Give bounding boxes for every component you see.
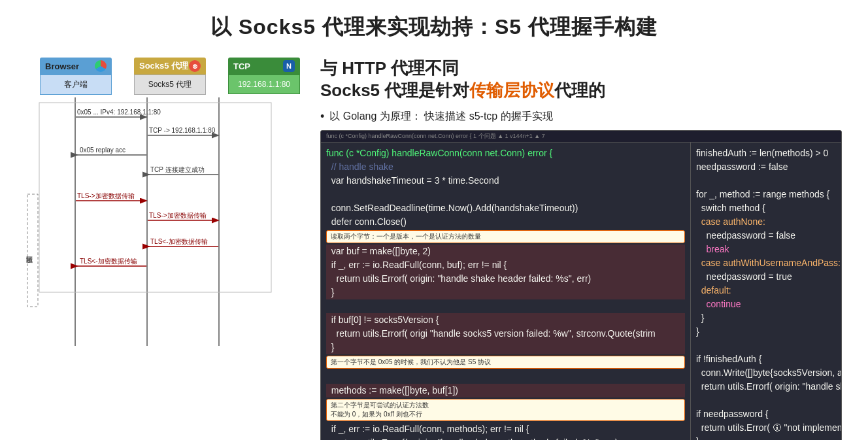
code-right-pane: finishedAuth := len(methods) > 0 needpas… — [691, 143, 841, 440]
svg-text:TLS->加密数据传输: TLS->加密数据传输 — [149, 212, 207, 219]
code-line: for _, method := range methods { — [696, 188, 836, 201]
browser-header: Browser — [40, 58, 112, 75]
diagram-section: Browser 客户端 Socks5 代理 ⊗ Socks5 代理 TCP N — [26, 58, 301, 346]
code-line: finishedAuth := len(methods) > 0 — [696, 146, 836, 160]
heading-line1: 与 HTTP 代理不同 — [320, 58, 842, 80]
svg-text:0x05 replay acc: 0x05 replay acc — [80, 146, 125, 154]
code-line: continue — [696, 297, 836, 311]
code-line: break — [696, 243, 836, 256]
svg-text:0x05 ... IPv4: 192.168.1.1:80: 0x05 ... IPv4: 192.168.1.1:80 — [77, 109, 161, 116]
code-toolbar-text: func (c *Config) handleRawConn(conn net.… — [326, 132, 545, 141]
socks5-icon: ⊗ — [189, 60, 201, 72]
code-line: case authNone: — [696, 215, 836, 229]
code-line: if _, err := io.ReadFull(conn, buf); err… — [326, 258, 685, 272]
node-headers: Browser 客户端 Socks5 代理 ⊗ Socks5 代理 TCP N — [26, 58, 301, 95]
page-title: 以 Socks5 代理来实现劫持：S5 代理握手构建 — [26, 13, 842, 42]
annotation-row: if buf[0] != socks5Version { return util… — [326, 313, 685, 354]
right-section: 与 HTTP 代理不同 Socks5 代理是针对传输层协议代理的 • 以 Gol… — [320, 58, 842, 440]
svg-text:TLS<-加密数据传输: TLS<-加密数据传输 — [80, 258, 137, 265]
code-line: methods := make([]byte, buf[1]) — [326, 384, 685, 398]
bullet-item: • 以 Golang 为原理： 快速描述 s5-tcp 的握手实现 — [320, 110, 842, 124]
socks5-body: Socks5 代理 — [134, 75, 206, 95]
chrome-icon — [95, 60, 107, 72]
code-line: var buf = make([]byte, 2) — [326, 245, 685, 258]
bullet-dot: • — [320, 110, 324, 124]
heading-line2: Socks5 代理是针对传输层协议代理的 — [320, 80, 842, 102]
browser-body: 客户端 — [40, 75, 112, 95]
code-line: switch method { — [696, 201, 836, 215]
socks5-label: Socks5 代理 — [139, 60, 188, 72]
browser-node: Browser 客户端 — [39, 58, 112, 95]
svg-text:TCP 连接建立成功: TCP 连接建立成功 — [150, 166, 205, 173]
code-line: return utils.Errorf( origin: "handle sha… — [696, 380, 836, 394]
sequence-svg: 0x05 ... IPv4: 192.168.1.1:80 TCP -> 192… — [26, 97, 281, 346]
main-content: Browser 客户端 Socks5 代理 ⊗ Socks5 代理 TCP N — [26, 58, 842, 440]
annotation-box: 第二个字节是可尝试的认证方法数不能为 0，如果为 0xff 则也不行 — [326, 399, 685, 421]
browser-label: Browser — [45, 61, 79, 71]
tcp-label: TCP — [233, 61, 250, 71]
code-toolbar: func (c *Config) handleRawConn(conn net.… — [321, 131, 841, 143]
annotation-box: 读取两个字节：一个是版本，一个是认证方法的数量 — [326, 230, 685, 243]
svg-text:TCP -> 192.168.1.1:80: TCP -> 192.168.1.1:80 — [149, 127, 216, 134]
code-line: if !finishedAuth { — [696, 352, 836, 366]
code-container: func (c *Config) handleRawConn(conn net.… — [320, 130, 842, 440]
code-line: case authWithUsernameAndPass: — [696, 256, 836, 270]
code-line: return utils.Errorf( origin: "handle sha… — [326, 436, 685, 440]
heading-line2-prefix: Socks5 代理是针对 — [320, 80, 469, 100]
svg-text:TLS<-加密数据传输: TLS<-加密数据传输 — [150, 238, 208, 245]
tcp-icon: N — [283, 60, 295, 72]
code-line: func (c *Config) handleRawConn(conn net.… — [326, 146, 685, 160]
socks5-header: Socks5 代理 ⊗ — [134, 58, 206, 75]
tcp-header: TCP N — [228, 58, 300, 75]
tcp-body: 192.168.1.1:80 — [228, 75, 300, 94]
socks5-node: Socks5 代理 ⊗ Socks5 代理 — [133, 58, 207, 95]
svg-text:TLS->加密数据传输: TLS->加密数据传输 — [77, 192, 135, 199]
code-line: } — [696, 325, 836, 339]
code-line: conn.SetReadDeadline(time.Now().Add(hand… — [326, 201, 685, 215]
code-line: needpassword = true — [696, 270, 836, 284]
code-line — [326, 188, 685, 201]
code-line: defer conn.Close() — [326, 215, 685, 229]
code-line: } — [696, 435, 836, 440]
code-line — [696, 339, 836, 352]
code-line — [696, 394, 836, 407]
code-line: conn.Write([]byte{socks5Version, authNoA… — [696, 366, 836, 380]
heading-highlight: 传输层协议 — [469, 80, 554, 100]
code-line — [326, 299, 685, 313]
code-line: } — [696, 311, 836, 325]
bullet-text: 以 Golang 为原理： 快速描述 s5-tcp 的握手实现 — [329, 110, 552, 124]
code-line — [326, 370, 685, 384]
code-block: if buf[0] != socks5Version { return util… — [326, 313, 685, 354]
code-line: // handle shake — [326, 160, 685, 174]
annotation-box: 第一个字节不是 0x05 的时候，我们不认为他是 S5 协议 — [326, 356, 685, 369]
code-line: default: — [696, 284, 836, 297]
svg-rect-11 — [27, 194, 38, 307]
code-line: needpassword := false — [696, 160, 836, 174]
code-line: needpassword = false — [696, 229, 836, 243]
code-line: return utils.Errorf( origi "handle socks… — [326, 327, 685, 341]
right-heading: 与 HTTP 代理不同 Socks5 代理是针对传输层协议代理的 — [320, 58, 842, 102]
code-line — [696, 174, 836, 188]
code-line: if _, err := io.ReadFull(conn, methods);… — [326, 422, 685, 436]
code-line: if buf[0] != socks5Version { — [326, 313, 685, 327]
code-line: return utils.Errorf( origin: "handle sha… — [326, 272, 685, 286]
code-line: return utils.Error( 🛈 "not implement aut… — [696, 421, 836, 435]
code-line: } — [326, 286, 685, 299]
code-line: } — [326, 341, 685, 354]
sequence-diagram: 0x05 ... IPv4: 192.168.1.1:80 TCP -> 192… — [26, 97, 281, 346]
code-line: var handshakeTimeout = 3 * time.Second — [326, 174, 685, 188]
code-line: if needpassword { — [696, 407, 836, 421]
heading-line2-suffix: 代理的 — [554, 80, 605, 100]
tcp-node: TCP N 192.168.1.1:80 — [227, 58, 301, 95]
code-left-pane: func (c *Config) handleRawConn(conn net.… — [321, 143, 691, 440]
code-body: func (c *Config) handleRawConn(conn net.… — [321, 143, 841, 440]
